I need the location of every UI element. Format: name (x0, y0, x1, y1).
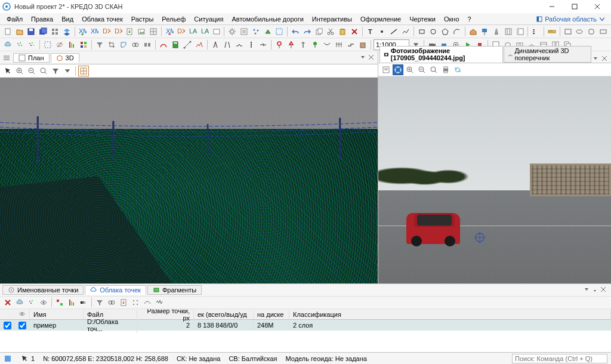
zoomin3d-icon[interactable] (14, 66, 25, 76)
menu-window[interactable]: Окно (440, 14, 464, 24)
th-count[interactable]: ек (всего/выд/уд (194, 310, 254, 319)
road-edge-icon[interactable] (222, 39, 233, 50)
xml-export-icon[interactable]: XML (164, 26, 175, 37)
command-search-input[interactable] (512, 354, 607, 363)
menu-situation[interactable]: Ситуация (190, 14, 227, 24)
road-sign-icon[interactable] (479, 26, 490, 37)
dxf-import-icon[interactable]: DXF (101, 26, 112, 37)
new-icon[interactable] (2, 26, 13, 37)
rect-icon[interactable] (416, 26, 427, 37)
tab-photo[interactable]: Фотоизображение [170905_094440244.jpg] (379, 46, 503, 63)
bt-merge-icon[interactable] (106, 297, 117, 308)
merge-icon[interactable] (130, 39, 141, 50)
bt-delete-icon[interactable] (2, 297, 13, 308)
point-icon[interactable] (377, 26, 387, 37)
layers-icon[interactable] (61, 26, 72, 37)
filter3d-down-icon[interactable] (62, 66, 73, 76)
open-icon[interactable] (14, 26, 25, 37)
workspace-link[interactable]: Рабочая область (533, 14, 609, 24)
properties-icon[interactable] (239, 26, 249, 37)
view1-icon[interactable] (563, 26, 573, 37)
calc-icon[interactable] (170, 39, 181, 50)
grid-icon[interactable] (50, 26, 60, 37)
dxf-export-icon[interactable]: DXF (175, 26, 186, 37)
doc-import-icon[interactable] (124, 26, 135, 37)
text-icon[interactable]: T (365, 26, 376, 37)
photo-zoomout-icon[interactable] (416, 64, 427, 75)
delete-icon[interactable] (349, 26, 360, 37)
house-icon[interactable] (468, 26, 479, 37)
tab-menu-icon[interactable] (1, 53, 12, 63)
sb-sv[interactable]: СВ: Балтийская (229, 355, 277, 362)
road-break-icon[interactable] (258, 39, 269, 50)
minimize-button[interactable] (541, 0, 563, 13)
tab-cross-section[interactable]: Динамический 3D поперечник (504, 46, 591, 63)
bt-class-icon[interactable] (54, 297, 65, 308)
class-color-icon[interactable] (78, 39, 89, 50)
th-disk[interactable]: на диске (254, 310, 289, 319)
copy-icon[interactable] (314, 26, 325, 37)
th-name[interactable]: Имя (30, 310, 84, 319)
bt-cloud-color-icon[interactable] (26, 297, 37, 308)
photo-fit-icon[interactable] (428, 64, 439, 75)
laz-export-icon[interactable]: LAZ (199, 26, 210, 37)
row-visible-checkbox[interactable] (18, 322, 26, 329)
bt-filter-icon[interactable] (94, 297, 105, 308)
sign1-icon[interactable] (274, 39, 285, 50)
bt-export-icon[interactable] (118, 297, 129, 308)
arc-icon[interactable] (452, 26, 462, 37)
zoomfit3d-icon[interactable] (38, 66, 49, 76)
grid2-icon[interactable] (503, 26, 514, 37)
menu-file[interactable]: Файл (2, 14, 27, 24)
menu-clouds[interactable]: Облака точек (78, 14, 127, 24)
cloud-tool-icon[interactable] (14, 39, 25, 50)
menu-help[interactable]: ? (464, 14, 476, 24)
height-color-icon[interactable] (66, 39, 77, 50)
close-button[interactable] (586, 0, 609, 13)
zoomout3d-icon[interactable] (26, 66, 37, 76)
sb-corner-icon[interactable] (4, 354, 12, 363)
pane-menu-icon[interactable] (360, 54, 366, 61)
track-icon[interactable] (158, 39, 169, 50)
menu-interactive[interactable]: Интерактивы (308, 14, 356, 24)
sb-cursor-icon[interactable]: 1 (20, 354, 35, 363)
topoxml-import-icon[interactable]: XML (89, 26, 100, 37)
undo-icon[interactable] (290, 26, 301, 37)
table-row[interactable]: пример D:/Облака точ... 2 8 138 848/0/0 … (0, 320, 611, 331)
redo-icon[interactable] (302, 26, 313, 37)
measure-icon[interactable] (182, 39, 193, 50)
region-icon[interactable] (118, 39, 129, 50)
photo-print-icon[interactable] (440, 64, 451, 75)
bt-intensity-icon[interactable] (78, 297, 89, 308)
matrix-import-icon[interactable] (148, 26, 159, 37)
show-grid-icon[interactable] (78, 66, 89, 76)
image-import-icon[interactable] (136, 26, 147, 37)
model-icon[interactable] (263, 26, 273, 37)
points-icon[interactable] (251, 26, 261, 37)
bt-noise-icon[interactable] (154, 297, 165, 308)
xml-import-icon[interactable]: XML (77, 26, 88, 37)
menu-relief[interactable]: Рельеф (158, 14, 190, 24)
maximize-button[interactable] (563, 0, 586, 13)
legend-icon[interactable] (530, 26, 541, 37)
menu-drawings[interactable]: Чертежи (405, 14, 440, 24)
tab-clouds[interactable]: Облака точек (85, 285, 146, 295)
building-icon[interactable] (357, 39, 368, 50)
pane-close-icon[interactable] (368, 54, 374, 61)
bt-visibility-icon[interactable] (38, 297, 49, 308)
row-checkbox[interactable] (4, 322, 11, 329)
crop-icon[interactable] (106, 39, 117, 50)
bt-smooth-icon[interactable] (142, 297, 153, 308)
photo-zoomin-icon[interactable] (405, 64, 415, 75)
paste-icon[interactable] (337, 26, 348, 37)
tab-named-points[interactable]: Именованные точки (2, 285, 84, 295)
view4-icon[interactable] (598, 26, 609, 37)
sb-geoid[interactable]: Модель геоида: Не задана (286, 355, 367, 362)
road-icon[interactable] (491, 26, 502, 37)
road-cross-icon[interactable] (234, 39, 245, 50)
saveall-icon[interactable] (38, 26, 48, 37)
tab-3d[interactable]: 3D (51, 53, 79, 63)
road-marking-icon[interactable] (246, 39, 257, 50)
tab-fragments[interactable]: Фрагменты (147, 285, 202, 295)
cursor3d-icon[interactable] (2, 66, 13, 76)
